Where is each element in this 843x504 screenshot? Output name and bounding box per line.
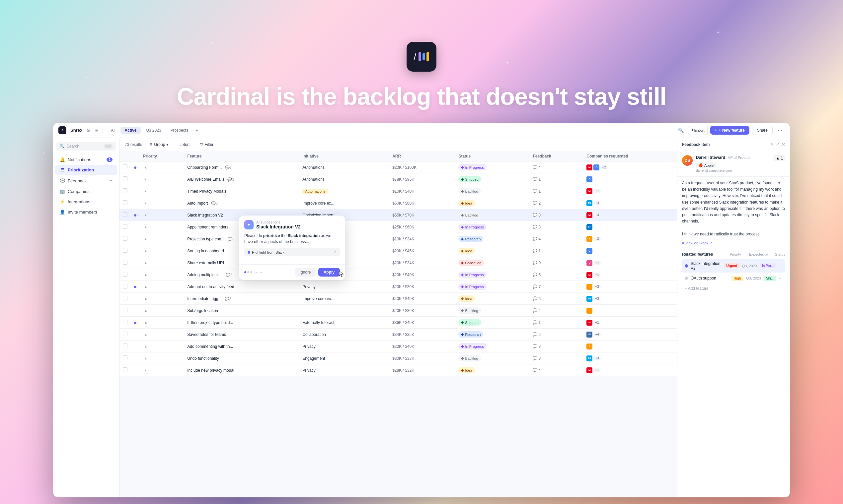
feature-name[interactable]: Add commenting with th... xyxy=(187,344,233,349)
apply-button[interactable]: Apply xyxy=(318,268,340,276)
row-checkbox-cell[interactable] xyxy=(119,161,131,174)
tab-q3[interactable]: Q3 2023 xyxy=(142,127,165,134)
col-arr[interactable]: ARR ↓ xyxy=(389,151,455,161)
expand-icon[interactable]: ⤢ xyxy=(776,142,780,147)
row-checkbox[interactable] xyxy=(123,212,127,217)
row-checkbox[interactable] xyxy=(123,176,127,181)
feature-name[interactable]: Sub/orgs location xyxy=(187,308,218,313)
row-checkbox-cell[interactable] xyxy=(119,257,131,269)
sort-button[interactable]: ↕ Sort xyxy=(176,141,193,148)
col-feature[interactable]: Feature xyxy=(184,151,299,161)
col-feedback[interactable]: Feedback xyxy=(529,151,583,161)
row-checkbox[interactable] xyxy=(123,367,127,372)
row-checkbox-cell[interactable] xyxy=(119,341,131,353)
tab-active[interactable]: Active xyxy=(120,127,140,134)
sidebar-item-notifications[interactable]: 🔔 Notifications 1 xyxy=(55,155,117,164)
sidebar-item-prioritization[interactable]: ☰ Prioritization xyxy=(55,165,117,175)
feature-name[interactable]: Projection type con... xyxy=(187,237,224,241)
row-status-cell: ◆ Research xyxy=(455,329,529,341)
feature-name[interactable]: Timed Privacy Modals xyxy=(187,189,226,194)
row-checkbox[interactable] xyxy=(123,188,127,193)
import-btn[interactable]: ⬆ Import xyxy=(688,126,707,135)
row-checkbox[interactable] xyxy=(123,320,127,324)
tab-all[interactable]: All xyxy=(107,127,119,134)
row-checkbox[interactable] xyxy=(123,260,127,265)
row-checkbox-cell[interactable] xyxy=(119,305,131,317)
feature-name[interactable]: Intermediate trigg... xyxy=(187,296,221,301)
row-checkbox-cell[interactable] xyxy=(119,317,131,329)
feature-name[interactable]: Sorting in dashboard xyxy=(187,249,224,253)
feature-name[interactable]: Saved roles for teams xyxy=(187,332,226,337)
feature-name[interactable]: Add opt out to activity feed xyxy=(187,285,234,289)
row-checkbox-cell[interactable] xyxy=(119,197,131,209)
feature-name[interactable]: Include new privacy modal xyxy=(187,368,234,373)
filter-button[interactable]: ▽ Filter xyxy=(197,141,217,148)
close-icon[interactable]: ✕ xyxy=(781,142,785,147)
add-feature-button[interactable]: + Add feature xyxy=(682,284,785,293)
grid-icon[interactable]: ⊞ xyxy=(94,128,99,133)
row-checkbox[interactable] xyxy=(123,164,127,169)
feature-name[interactable]: Onboarding Form... xyxy=(187,165,222,170)
sidebar-item-feedback[interactable]: 💬 Feedback + xyxy=(55,175,117,186)
feature-name[interactable]: Slack Integration V2 xyxy=(187,213,223,217)
expected-at-label: Expected at xyxy=(749,252,768,256)
feature-name[interactable]: If-then project type build... xyxy=(187,320,233,325)
nav-arrows[interactable]: ← → xyxy=(255,270,263,274)
row-checkbox-cell[interactable] xyxy=(119,233,131,245)
feature-name[interactable]: Undo functionality xyxy=(187,356,219,361)
feature-name[interactable]: Share externally URL xyxy=(187,260,225,265)
row-checkbox-cell[interactable] xyxy=(119,245,131,257)
search-icon-btn[interactable]: 🔍 xyxy=(676,126,685,135)
col-priority[interactable]: Priority xyxy=(140,151,184,161)
row-checkbox[interactable] xyxy=(123,224,127,229)
row-checkbox[interactable] xyxy=(123,200,127,205)
tab-add[interactable]: + xyxy=(193,126,200,134)
col-companies[interactable]: Companies requested xyxy=(583,151,687,161)
more-options-oauth[interactable]: ⋯ xyxy=(779,276,782,281)
sidebar-item-companies[interactable]: 🏢 Companies xyxy=(55,187,117,196)
row-checkbox[interactable] xyxy=(123,356,127,360)
row-checkbox[interactable] xyxy=(123,248,127,253)
row-checkbox[interactable] xyxy=(123,331,127,336)
row-checkbox-cell[interactable] xyxy=(119,281,131,293)
row-checkbox[interactable] xyxy=(123,343,127,348)
row-checkbox-cell[interactable] xyxy=(119,329,131,341)
row-checkbox-cell[interactable] xyxy=(119,293,131,305)
sidebar-item-integrations[interactable]: ⚡ Integrations xyxy=(55,197,117,206)
related-item-slack[interactable]: Slack Integration V2 Urgent Q3, 2023 In … xyxy=(682,259,785,273)
add-feedback-icon[interactable]: + xyxy=(109,178,113,184)
view-on-slack-link[interactable]: # View on Slack ↗ xyxy=(677,241,790,249)
more-options-icon[interactable]: ⋯ xyxy=(775,126,785,135)
settings-icon[interactable]: ⚙ xyxy=(86,128,91,133)
ignore-button[interactable]: Ignore xyxy=(295,268,316,276)
row-checkbox-cell[interactable] xyxy=(119,174,131,185)
feature-name[interactable]: Auto Import xyxy=(187,201,208,205)
row-checkbox[interactable] xyxy=(123,296,127,301)
row-checkbox[interactable] xyxy=(123,284,127,288)
related-item-oauth[interactable]: OAuth support High Q3, 2023 Shi... ⋯ xyxy=(682,274,785,283)
row-checkbox-cell[interactable] xyxy=(119,185,131,197)
row-checkbox[interactable] xyxy=(123,236,127,241)
row-checkbox-cell[interactable] xyxy=(119,364,131,376)
upvote-count[interactable]: ▲ 1 xyxy=(773,155,785,161)
sidebar-item-invite[interactable]: 👤 Invite members xyxy=(55,207,117,217)
col-initiative[interactable]: Initiative xyxy=(299,151,389,161)
col-status[interactable]: Status xyxy=(455,151,529,161)
feature-name[interactable]: Appointment reminders xyxy=(187,225,228,230)
highlight-link[interactable]: Highlight from Slack ↗ xyxy=(244,248,340,256)
tab-prospects[interactable]: Prospects xyxy=(167,127,192,134)
new-feature-button[interactable]: + + New feature xyxy=(710,126,750,134)
edit-icon[interactable]: ✎ xyxy=(770,142,774,147)
feature-name[interactable]: Adding multiple cli... xyxy=(187,273,223,277)
more-options-related[interactable]: ⋯ xyxy=(779,264,782,268)
row-checkbox-cell[interactable] xyxy=(119,269,131,281)
row-checkbox-cell[interactable] xyxy=(119,209,131,221)
feature-name[interactable]: A/B Welcome Emails xyxy=(187,177,224,182)
share-button[interactable]: Share xyxy=(752,126,773,135)
row-checkbox-cell[interactable] xyxy=(119,221,131,233)
row-checkbox-cell[interactable] xyxy=(119,353,131,364)
row-checkbox[interactable] xyxy=(123,308,127,312)
group-button[interactable]: ⊞ Group ▾ xyxy=(146,141,172,148)
search-box[interactable]: 🔍 Search... ⌘K xyxy=(56,142,116,150)
row-checkbox[interactable] xyxy=(123,272,127,276)
